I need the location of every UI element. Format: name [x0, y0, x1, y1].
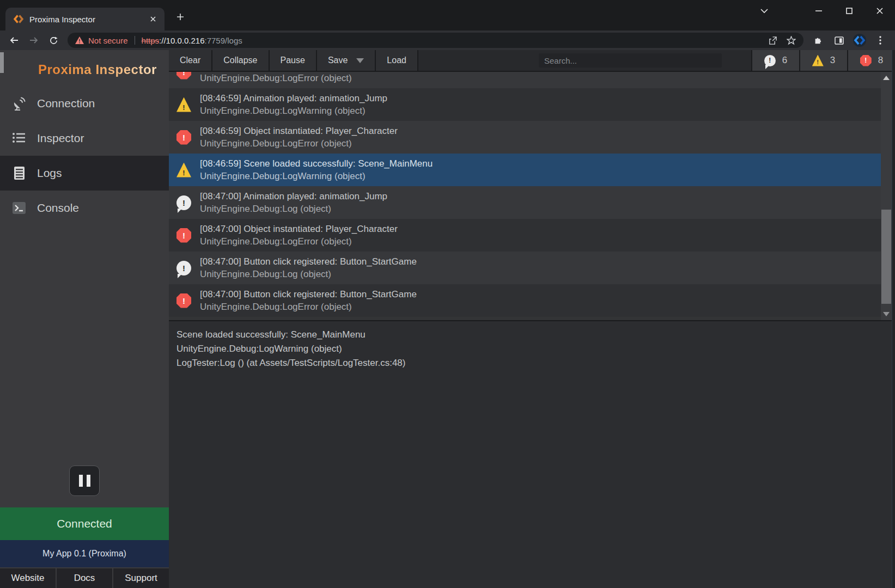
log-entry[interactable]: ! [08:47:00] Animation played: animation… [169, 186, 881, 219]
clear-button[interactable]: Clear [169, 50, 212, 71]
sidebar-item-connection[interactable]: Connection [0, 86, 169, 121]
inspector-icon [11, 130, 27, 146]
footer-link-website[interactable]: Website [0, 568, 56, 588]
sidebar-item-console[interactable]: Console [0, 191, 169, 225]
scrollbar-thumb[interactable] [881, 210, 891, 304]
pause-button[interactable]: Pause [270, 50, 317, 71]
proxima-extension-icon[interactable] [849, 32, 870, 48]
search-input[interactable] [539, 53, 722, 68]
log-trace: UnityEngine.Debug:Log (object) [200, 203, 387, 215]
left-scrollbar-thumb[interactable] [0, 52, 4, 73]
error-icon: ! [860, 55, 872, 66]
warning-icon: ! [812, 55, 824, 66]
forward-icon[interactable] [24, 32, 44, 48]
sidebar-item-label: Logs [37, 167, 62, 180]
sidebar-item-label: Console [37, 201, 79, 215]
browser-tab[interactable]: Proxima Inspector [5, 8, 165, 30]
window-minimize-icon[interactable] [803, 0, 834, 22]
warning-count: 3 [830, 55, 835, 66]
info-filter-button[interactable]: ! 6 [751, 50, 799, 71]
info-icon: ! [764, 55, 776, 66]
log-list-scrollbar[interactable] [881, 72, 892, 320]
window-close-icon[interactable] [864, 0, 895, 22]
log-trace: UnityEngine.Debug:LogWarning (object) [200, 105, 387, 117]
back-icon[interactable] [4, 32, 24, 48]
load-button[interactable]: Load [376, 50, 418, 71]
window-maximize-icon[interactable] [834, 0, 864, 22]
footer-link-support[interactable]: Support [113, 568, 169, 588]
log-trace: UnityEngine.Debug:LogError (object) [200, 301, 417, 313]
page-scrollbar-track[interactable] [892, 50, 895, 588]
bookmark-star-icon[interactable] [782, 33, 800, 47]
collapse-button[interactable]: Collapse [212, 50, 269, 71]
reload-icon[interactable] [44, 32, 63, 48]
share-icon[interactable] [763, 33, 782, 47]
error-icon: ! [176, 228, 191, 243]
sidebar: Proxima Inspector Connection Inspector L… [0, 50, 169, 588]
url-text: https://10.0.0.216:7759/logs [142, 36, 242, 45]
sidebar-item-label: Connection [37, 97, 95, 110]
tab-search-chevron-icon[interactable] [749, 0, 780, 22]
info-count: 6 [782, 55, 787, 66]
log-entry[interactable]: ! [08:46:59] Animation played: animation… [169, 88, 881, 121]
save-button[interactable]: Save [317, 50, 376, 71]
dropdown-caret-icon [356, 58, 364, 63]
sidebar-item-logs[interactable]: Logs [0, 156, 169, 191]
footer-link-docs[interactable]: Docs [57, 568, 112, 588]
info-icon: ! [176, 195, 191, 210]
sidebar-item-label: Inspector [37, 132, 84, 145]
tab-close-icon[interactable] [147, 13, 159, 25]
log-message: [08:46:59] Scene loaded successfully: Sc… [200, 157, 433, 170]
brand-title: Proxima Inspector [38, 62, 157, 77]
log-trace: UnityEngine.Debug:Log (object) [200, 268, 417, 280]
log-message: [08:47:00] Object instantiated: Player_C… [200, 223, 398, 235]
tab-title: Proxima Inspector [29, 15, 142, 24]
side-panel-icon[interactable] [829, 32, 849, 48]
scroll-down-icon[interactable] [883, 312, 890, 316]
log-message: [08:47:00] Animation played: animation_J… [200, 190, 387, 203]
logs-panel: Clear Collapse Pause Save Load ! 6 ! 3 ! [169, 50, 895, 588]
error-icon: ! [176, 72, 191, 79]
extensions-puzzle-icon[interactable] [808, 32, 829, 48]
connection-status-badge: Connected [0, 507, 169, 540]
sidebar-nav: Connection Inspector Logs Console [0, 86, 169, 225]
log-entry[interactable]: ! [08:47:00] Object instantiated: Player… [169, 219, 881, 252]
log-entry[interactable]: ! [08:47:00] Button click registered: Bu… [169, 252, 881, 284]
app-info-badge: My App 0.1 (Proxima) [0, 540, 169, 567]
log-detail-pane: Scene loaded successfully: Scene_MainMen… [169, 320, 895, 588]
sidebar-spacer [0, 225, 169, 465]
brand: Proxima Inspector [0, 50, 169, 82]
log-entry[interactable]: ! [08:47:00] Button click registered: Bu… [169, 284, 881, 317]
log-trace: UnityEngine.Debug:LogError (object) [200, 235, 398, 248]
new-tab-button[interactable] [172, 9, 188, 25]
not-secure-warning-icon [75, 36, 84, 44]
warning-filter-button[interactable]: ! 3 [799, 50, 847, 71]
proxima-logo-icon [10, 59, 32, 81]
window-controls [803, 0, 895, 22]
logs-toolbar: Clear Collapse Pause Save Load ! 6 ! 3 ! [169, 50, 895, 72]
browser-menu-icon[interactable] [870, 32, 891, 48]
url-scheme: https [142, 36, 160, 45]
error-filter-button[interactable]: ! 8 [847, 50, 895, 71]
proxima-favicon-icon [13, 14, 24, 24]
error-count: 8 [878, 55, 883, 66]
sidebar-item-inspector[interactable]: Inspector [0, 121, 169, 156]
browser-tab-bar: Proxima Inspector [0, 0, 895, 30]
pause-stream-button[interactable] [69, 465, 100, 496]
scroll-up-icon[interactable] [883, 76, 890, 80]
log-entry[interactable]: ! UnityEngine.Debug:LogError (object) [169, 72, 881, 88]
pause-icon [79, 475, 83, 487]
log-trace: UnityEngine.Debug:LogError (object) [200, 72, 352, 84]
log-entry[interactable]: ! [08:46:59] Object instantiated: Player… [169, 121, 881, 154]
logs-icon [11, 165, 27, 181]
omnibox[interactable]: Not secure https://10.0.0.216:7759/logs [68, 33, 803, 48]
log-list: ! UnityEngine.Debug:LogError (object) ! … [169, 72, 895, 320]
detail-line: LogTester:Log () (at Assets/TestScripts/… [176, 356, 887, 370]
log-entry[interactable]: ! [08:46:59] Scene loaded successfully: … [169, 154, 881, 186]
sidebar-footer: WebsiteDocsSupport [0, 567, 169, 588]
warning-icon: ! [176, 97, 191, 112]
toolbar-buttons: Clear Collapse Pause Save Load [169, 50, 418, 71]
log-trace: UnityEngine.Debug:LogError (object) [200, 137, 398, 150]
detail-line: Scene loaded successfully: Scene_MainMen… [176, 328, 887, 342]
console-icon [11, 200, 27, 216]
